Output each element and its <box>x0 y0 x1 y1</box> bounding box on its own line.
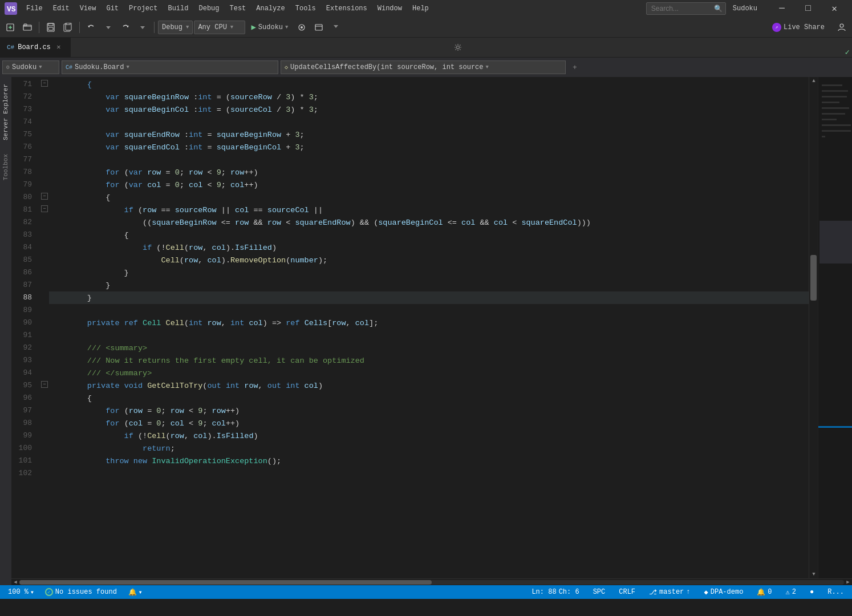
fb-87 <box>40 278 49 290</box>
notification-count[interactable]: 🔔 0 <box>753 585 775 599</box>
svg-rect-32 <box>819 221 852 264</box>
redo-button[interactable] <box>117 19 133 35</box>
dropdown-more[interactable] <box>328 19 344 35</box>
errors-count[interactable]: ⚠ 2 <box>782 585 800 599</box>
scroll-right-button[interactable]: ▶ <box>844 579 852 586</box>
horizontal-scrollbar[interactable]: ◀ ▶ <box>11 578 852 585</box>
project-combo-label: Sudoku <box>12 63 36 71</box>
project-combo[interactable]: ⚙ Sudoku ▼ <box>2 60 59 74</box>
account-button[interactable] <box>834 19 850 35</box>
member-combo[interactable]: ◇ UpdateCellsAffectedBy(int sourceRow, i… <box>281 60 566 74</box>
menu-edit[interactable]: Edit <box>48 2 74 15</box>
fold-81[interactable]: − <box>41 205 48 212</box>
menu-analyze[interactable]: Analyze <box>251 2 289 15</box>
ln-80: 80 <box>11 191 34 204</box>
tab-close-button[interactable]: ✕ <box>54 43 63 52</box>
status-bar: 100 % ▼ ✓ No issues found 🔔 ▼ Ln: 88 Ch:… <box>0 585 852 599</box>
git-icon: ⎇ <box>649 588 657 597</box>
scroll-thumb <box>810 255 817 301</box>
close-button[interactable]: ✕ <box>821 0 847 17</box>
platform-arrow: ▼ <box>230 25 233 30</box>
line-col[interactable]: Ln: 88 Ch: 6 <box>528 585 582 599</box>
tab-board-cs[interactable]: C# Board.cs ✕ <box>0 37 71 57</box>
scroll-up-button[interactable]: ▲ <box>809 77 818 85</box>
debug-config-dropdown[interactable]: Debug ▼ <box>158 21 193 34</box>
redo-dropdown[interactable] <box>135 19 151 35</box>
mode-icon: ● <box>810 588 814 596</box>
debug-btn[interactable] <box>294 19 310 35</box>
tab-file-icon: C# <box>7 44 14 51</box>
search-input[interactable] <box>651 5 714 13</box>
scroll-down-button[interactable]: ▼ <box>809 570 818 578</box>
toolbox-label[interactable]: Toolbox <box>2 149 9 185</box>
menu-view[interactable]: View <box>75 2 101 15</box>
undo-dropdown[interactable] <box>100 19 116 35</box>
new-project-button[interactable] <box>2 19 18 35</box>
save-all-button[interactable] <box>60 19 76 35</box>
menu-project[interactable]: Project <box>124 2 162 15</box>
toolbar-sep-3 <box>154 22 155 33</box>
fold-95[interactable]: − <box>41 381 48 388</box>
menu-extensions[interactable]: Extensions <box>322 2 372 15</box>
add-tab-button[interactable]: + <box>568 60 582 74</box>
editor-area: 71 72 73 74 75 76 77 78 79 80 81 82 83 8… <box>11 77 852 585</box>
code-text[interactable]: { var squareBeginRow :int = (sourceRow /… <box>49 77 809 578</box>
svg-rect-9 <box>48 27 53 30</box>
fold-71[interactable]: − <box>41 80 48 87</box>
repo-label: DPA-demo <box>711 588 744 596</box>
browser-btn[interactable] <box>311 19 327 35</box>
run-button[interactable]: ▶ Sudoku ▼ <box>246 21 293 34</box>
code-line-89 <box>49 304 809 317</box>
code-line-98: for (col = 0; col < 9; col++) <box>49 417 809 429</box>
fb-81: − <box>40 202 49 215</box>
member-combo-arrow: ▼ <box>486 64 489 70</box>
code-line-96: { <box>49 392 809 404</box>
live-share-button[interactable]: ↗ Live Share <box>768 21 829 34</box>
menu-debug[interactable]: Debug <box>194 2 224 15</box>
git-branch[interactable]: ⎇ master ↑ <box>646 585 693 599</box>
menu-tools[interactable]: Tools <box>291 2 320 15</box>
fb-99 <box>40 428 49 441</box>
server-explorer-label[interactable]: Server Explorer <box>2 79 9 145</box>
fb-89 <box>40 303 49 315</box>
menu-build[interactable]: Build <box>163 2 193 15</box>
code-line-75: var squareEndRow :int = squareBeginRow +… <box>49 128 809 141</box>
fb-88 <box>40 290 49 303</box>
fb-80: − <box>40 190 49 202</box>
code-line-90: private ref Cell Cell(int row, int col) … <box>49 317 809 329</box>
ln-83: 83 <box>11 229 34 241</box>
status-mode[interactable]: ● <box>806 585 817 599</box>
scroll-left-button[interactable]: ◀ <box>11 579 19 586</box>
code-line-81: if (row == sourceRow || col == sourceCol… <box>49 204 809 216</box>
save-button[interactable] <box>43 19 59 35</box>
repo-name[interactable]: ◆ DPA-demo <box>701 585 747 599</box>
fb-94 <box>40 366 49 378</box>
no-errors-icon: ✓ <box>845 47 850 57</box>
menu-file[interactable]: File <box>22 2 47 15</box>
ln-95: 95 <box>11 379 34 392</box>
maximize-button[interactable]: □ <box>795 0 821 17</box>
title-search[interactable]: 🔍 <box>646 2 726 15</box>
menu-git[interactable]: Git <box>102 2 123 15</box>
vertical-scrollbar[interactable]: ▲ ▼ <box>809 77 818 578</box>
class-combo[interactable]: C# Sudoku.Board ▼ <box>62 60 278 74</box>
zoom-level[interactable]: 100 % ▼ <box>5 585 37 599</box>
menu-test[interactable]: Test <box>225 2 251 15</box>
settings-icon[interactable] <box>449 37 466 57</box>
line-ending[interactable]: CRLF <box>615 585 639 599</box>
svg-marker-19 <box>334 25 338 28</box>
fold-80[interactable]: − <box>41 193 48 200</box>
notifications-dropdown[interactable]: 🔔 ▼ <box>125 585 145 599</box>
ln-98: 98 <box>11 417 34 429</box>
menu-window[interactable]: Window <box>373 2 407 15</box>
menu-help[interactable]: Help <box>408 2 433 15</box>
no-issues[interactable]: ✓ No issues found <box>42 585 120 599</box>
ln-96: 96 <box>11 392 34 404</box>
platform-dropdown[interactable]: Any CPU ▼ <box>194 21 245 34</box>
encoding[interactable]: SPC <box>590 585 609 599</box>
open-button[interactable] <box>19 19 35 35</box>
undo-button[interactable] <box>83 19 99 35</box>
code-line-77 <box>49 153 809 166</box>
minimize-button[interactable]: ─ <box>769 0 795 17</box>
branch-label: master <box>659 588 684 596</box>
